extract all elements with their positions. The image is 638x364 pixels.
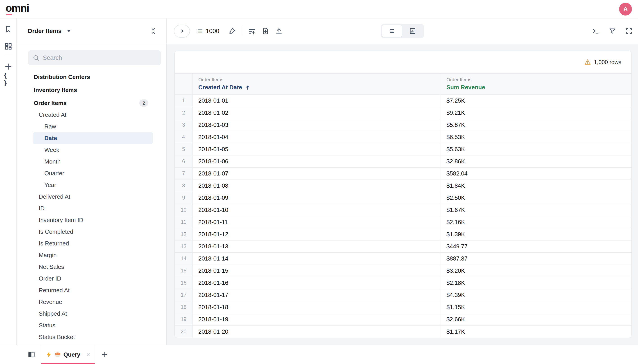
row-number-cell[interactable]: 1 [175,95,193,107]
row-number-cell[interactable]: 20 [175,326,193,338]
row-number-cell[interactable]: 6 [175,156,193,168]
row-number-cell[interactable]: 4 [175,131,193,143]
created-at-date-cell[interactable]: 2018-01-05 [193,143,441,155]
table-view-button[interactable] [382,25,402,37]
sum-revenue-cell[interactable]: $1.39K [441,228,631,240]
clear-query-button[interactable] [228,27,236,35]
row-number-cell[interactable]: 11 [175,216,193,228]
add-filter-button[interactable] [248,27,256,35]
row-number-cell[interactable]: 18 [175,301,193,313]
created-at-date-cell[interactable]: 2018-01-15 [193,265,441,277]
sum-revenue-cell[interactable]: $5.63K [441,143,631,155]
search-input[interactable] [43,54,156,62]
braces-icon[interactable]: { } [4,74,13,84]
sum-revenue-cell[interactable]: $2.86K [441,156,631,168]
sum-revenue-cell[interactable]: $7.25K [441,95,631,107]
created-at-date-cell[interactable]: 2018-01-10 [193,204,441,216]
row-number-cell[interactable]: 17 [175,289,193,301]
sidebar-item-is-completed[interactable]: Is Completed [33,226,153,238]
created-at-date-cell[interactable]: 2018-01-11 [193,216,441,228]
omni-logo[interactable]: omni [6,3,29,16]
collapse-panel-icon[interactable] [150,28,157,35]
created-at-date-cell[interactable]: 2018-01-17 [193,289,441,301]
sidebar-item-created-at[interactable]: Created At [33,109,153,120]
sidebar-item-returned-at[interactable]: Returned At [33,284,153,296]
sidebar-item-delivered-at[interactable]: Delivered At [33,191,153,202]
row-number-cell[interactable]: 15 [175,265,193,277]
row-number-cell[interactable]: 8 [175,180,193,192]
created-at-date-cell[interactable]: 2018-01-20 [193,326,441,338]
user-avatar[interactable]: A [619,3,632,16]
run-query-button[interactable] [174,25,190,38]
sum-revenue-cell[interactable]: $9.21K [441,107,631,119]
created-at-date-cell[interactable]: 2018-01-18 [193,301,441,313]
new-tab-button[interactable] [101,351,108,358]
created-at-date-cell[interactable]: 2018-01-08 [193,180,441,192]
sidebar-item-shipped-at[interactable]: Shipped At [33,308,153,320]
query-tab[interactable]: Query × [41,345,95,364]
row-limit-control[interactable]: 1000 [196,28,219,35]
created-at-date-cell[interactable]: 2018-01-02 [193,107,441,119]
created-at-date-cell[interactable]: 2018-01-14 [193,253,441,264]
sum-revenue-cell[interactable]: $4.39K [441,289,631,301]
sql-console-button[interactable] [592,28,599,35]
sidebar-item-raw[interactable]: Raw [33,120,153,132]
row-number-cell[interactable]: 19 [175,314,193,325]
sidebar-item-id[interactable]: ID [33,202,153,214]
sidebar-item-status[interactable]: Status [33,320,153,331]
sum-revenue-cell[interactable]: $5.87K [441,119,631,131]
download-results-button[interactable] [262,27,269,35]
sum-revenue-cell[interactable]: $2.66K [441,314,631,325]
fullscreen-button[interactable] [625,28,632,35]
row-number-cell[interactable]: 14 [175,253,193,264]
toggle-sidebar-button[interactable] [28,351,35,358]
sidebar-item-revenue[interactable]: Revenue [33,296,153,308]
sidebar-item-order-items[interactable]: Order Items2 [33,97,153,109]
created-at-date-cell[interactable]: 2018-01-03 [193,119,441,131]
sidebar-item-status-bucket[interactable]: Status Bucket [33,331,153,343]
sum-revenue-cell[interactable]: $582.04 [441,168,631,180]
row-count-badge[interactable]: 1,000 rows [584,59,621,66]
created-at-date-cell[interactable]: 2018-01-07 [193,168,441,180]
column-header-created-at-date[interactable]: Order ItemsCreated At Date [193,74,441,94]
search-box[interactable] [28,50,161,65]
row-number-cell[interactable]: 12 [175,228,193,240]
share-query-button[interactable] [275,27,283,35]
sidebar-item-year[interactable]: Year [33,179,153,191]
topic-selector[interactable]: Order Items [28,28,71,35]
column-header-sum-revenue[interactable]: Order ItemsSum Revenue [441,74,631,94]
row-number-cell[interactable]: 2 [175,107,193,119]
sidebar-item-month[interactable]: Month [33,156,153,168]
sidebar-item-date[interactable]: Date [33,132,153,144]
sidebar-item-week[interactable]: Week [33,144,153,156]
sidebar-item-order-id[interactable]: Order ID [33,273,153,284]
sidebar-item-net-sales[interactable]: Net Sales [33,261,153,273]
sidebar-item-is-returned[interactable]: Is Returned [33,238,153,249]
chart-view-button[interactable] [402,25,423,37]
sum-revenue-cell[interactable]: $1.84K [441,180,631,192]
filters-button[interactable] [609,28,616,35]
plus-icon[interactable] [4,62,13,72]
sidebar-item-margin[interactable]: Margin [33,249,153,261]
created-at-date-cell[interactable]: 2018-01-19 [193,314,441,325]
created-at-date-cell[interactable]: 2018-01-09 [193,192,441,204]
sidebar-item-distribution-centers[interactable]: Distribution Centers [33,71,153,83]
sum-revenue-cell[interactable]: $887.37 [441,253,631,264]
created-at-date-cell[interactable]: 2018-01-12 [193,228,441,240]
row-number-cell[interactable]: 16 [175,277,193,289]
row-number-cell[interactable]: 5 [175,143,193,155]
sum-revenue-cell[interactable]: $449.77 [441,240,631,252]
sum-revenue-cell[interactable]: $6.53K [441,131,631,143]
bookmark-icon[interactable] [4,24,13,34]
sidebar-item-quarter[interactable]: Quarter [33,168,153,179]
sum-revenue-cell[interactable]: $3.20K [441,265,631,277]
sum-revenue-cell[interactable]: $1.17K [441,326,631,338]
sum-revenue-cell[interactable]: $2.50K [441,192,631,204]
row-number-cell[interactable]: 13 [175,240,193,252]
sum-revenue-cell[interactable]: $2.18K [441,277,631,289]
sum-revenue-cell[interactable]: $1.15K [441,301,631,313]
row-number-cell[interactable]: 3 [175,119,193,131]
row-number-cell[interactable]: 9 [175,192,193,204]
created-at-date-cell[interactable]: 2018-01-04 [193,131,441,143]
created-at-date-cell[interactable]: 2018-01-01 [193,95,441,107]
